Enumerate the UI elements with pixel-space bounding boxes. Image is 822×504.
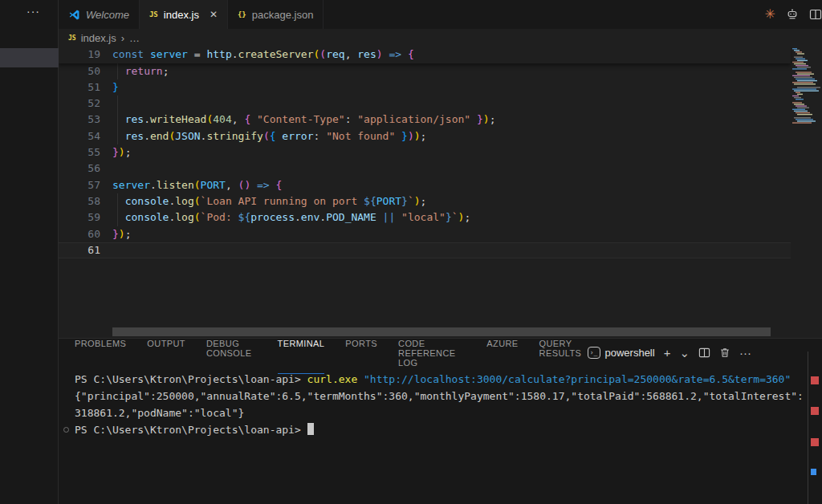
tab-label: index.js: [164, 9, 199, 21]
terminal-line: PS C:\Users\Ktron\Projects\loan-api>: [75, 421, 803, 438]
panel-tab-query-results[interactable]: QUERY RESULTS: [539, 331, 588, 374]
tab-label: package.json: [252, 9, 314, 21]
js-file-icon: JS: [149, 10, 158, 18]
breadcrumb-symbol-ellipsis[interactable]: …: [129, 32, 140, 44]
terminal-line: PS C:\Users\Ktron\Projects\loan-api> cur…: [75, 371, 803, 388]
editor-actions: ✳: [765, 0, 822, 29]
sidebar: ···: [0, 0, 59, 504]
code-line: 61: [59, 242, 791, 258]
code-line: 57server.listen(PORT, () => {: [59, 177, 791, 193]
overview-mark-red: [811, 376, 819, 384]
bottom-panel: PROBLEMSOUTPUTDEBUG CONSOLETERMINALPORTS…: [59, 338, 822, 504]
editor-group: Welcome JS index.js ✕ {} package.json ✳ …: [59, 0, 822, 504]
terminal-shell-select[interactable]: ›_ powershell: [588, 347, 655, 359]
copilot-robot-icon[interactable]: [786, 8, 799, 21]
code-line: 59 console.log(`Pod: ${process.env.POD_N…: [59, 209, 791, 226]
panel-tab-output[interactable]: OUTPUT: [147, 331, 185, 374]
panel-tab-ports[interactable]: PORTS: [345, 331, 377, 374]
breadcrumb: JS index.js › …: [59, 29, 822, 47]
sticky-line-number: 19: [59, 47, 112, 63]
vscode-window: ··· Welcome JS index.js ✕ {} package.jso…: [0, 0, 822, 504]
minimap[interactable]: [791, 47, 822, 338]
sticky-line-code: const server = http.createServer((req, r…: [112, 47, 414, 63]
extension-spark-icon[interactable]: ✳: [765, 8, 775, 21]
code-line: 53 res.writeHead(404, { "Content-Type": …: [59, 112, 791, 128]
panel-tab-code-reference-log[interactable]: CODE REFERENCE LOG: [398, 331, 466, 374]
command-decoration-icon[interactable]: [63, 427, 69, 433]
terminal-line: 318861.2,"podName":"local"}: [75, 404, 803, 421]
terminal-icon: ›_: [588, 347, 600, 359]
tab-bar: Welcome JS index.js ✕ {} package.json ✳: [59, 0, 822, 29]
sticky-scroll-line[interactable]: 19 const server = http.createServer((req…: [59, 47, 791, 63]
more-actions-icon[interactable]: ···: [26, 5, 40, 18]
json-file-icon: {}: [238, 10, 246, 18]
sidebar-selected-item[interactable]: [0, 48, 59, 67]
panel-header: PROBLEMSOUTPUTDEBUG CONSOLETERMINALPORTS…: [59, 339, 822, 366]
terminal-overview-ruler: [808, 352, 808, 504]
terminal-shell-label: powershell: [605, 347, 655, 359]
terminal-cursor: [307, 423, 314, 435]
overview-mark-red: [811, 407, 819, 415]
more-actions-icon[interactable]: ···: [739, 347, 751, 359]
js-file-icon: JS: [68, 35, 76, 42]
split-editor-icon[interactable]: [809, 8, 822, 21]
chevron-down-icon[interactable]: ⌄: [679, 347, 690, 359]
new-terminal-icon[interactable]: +: [664, 347, 671, 359]
panel-tab-terminal[interactable]: TERMINAL: [278, 331, 325, 374]
overview-mark-red: [811, 438, 819, 446]
overview-mark-blue: [811, 469, 816, 475]
code-line: 50 return;: [59, 63, 791, 79]
code-line: 52: [59, 96, 791, 112]
code-line: 56: [59, 161, 791, 177]
panel-tab-problems[interactable]: PROBLEMS: [75, 331, 126, 374]
tab-welcome[interactable]: Welcome: [59, 0, 140, 29]
close-icon[interactable]: ✕: [210, 9, 218, 20]
tab-label: Welcome: [86, 9, 129, 21]
vscode-logo-icon: [68, 9, 80, 21]
code-line: 54 res.end(JSON.stringify({ error: "Not …: [59, 128, 791, 144]
code-line: 60});: [59, 226, 791, 242]
terminal-output[interactable]: PS C:\Users\Ktron\Projects\loan-api> cur…: [75, 371, 803, 438]
panel-tab-debug-console[interactable]: DEBUG CONSOLE: [206, 331, 257, 374]
tab-package-json[interactable]: {} package.json: [228, 0, 324, 29]
terminal-actions: ›_ powershell + ⌄ ···: [588, 347, 822, 359]
panel-tab-azure[interactable]: AZURE: [486, 331, 518, 374]
kill-terminal-trash-icon[interactable]: [719, 347, 730, 359]
breadcrumb-separator: ›: [121, 32, 124, 44]
terminal-line: {"principal":250000,"annualRate":6.5,"te…: [75, 388, 803, 404]
code-line: 55});: [59, 144, 791, 161]
editor-lines: 50 return;51}5253 res.writeHead(404, { "…: [59, 63, 791, 259]
code-editor[interactable]: 50 return;51}5253 res.writeHead(404, { "…: [59, 47, 822, 338]
code-line: 58 console.log(`Loan API running on port…: [59, 193, 791, 209]
tab-index-js[interactable]: JS index.js ✕: [140, 0, 228, 29]
panel-tabs: PROBLEMSOUTPUTDEBUG CONSOLETERMINALPORTS…: [75, 331, 588, 374]
breadcrumb-file[interactable]: index.js: [81, 32, 116, 44]
split-terminal-icon[interactable]: [698, 347, 710, 359]
code-line: 51}: [59, 79, 791, 96]
